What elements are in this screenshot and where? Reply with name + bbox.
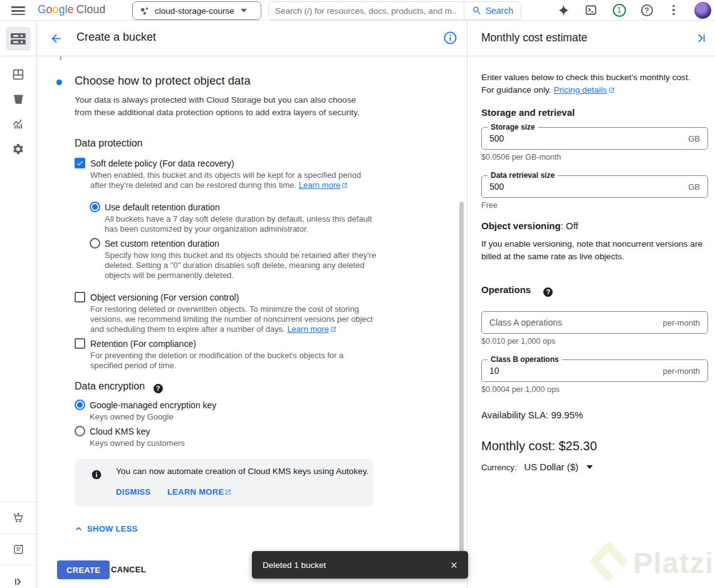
chevron-up-icon (75, 525, 83, 533)
gemini-button[interactable] (556, 3, 571, 18)
collapse-panel-button[interactable] (695, 32, 709, 46)
versioning-note: If you enable versioning, note that nonc… (481, 238, 706, 263)
sidebar-item-dashboard[interactable] (0, 64, 36, 85)
account-avatar[interactable] (694, 2, 711, 19)
encryption-help-icon[interactable]: ? (154, 384, 163, 393)
notifications-button[interactable]: 1 (612, 3, 627, 18)
storage-size-field: Storage size GB (481, 127, 708, 150)
external-link-icon (608, 85, 615, 97)
close-icon (449, 560, 459, 570)
autokey-banner: You can now automate creation of Cloud K… (75, 459, 373, 507)
pricing-details-link[interactable]: Pricing details (553, 85, 607, 95)
class-b-helper: $0.0004 per 1,000 ops (481, 385, 560, 394)
storage-size-helper: $0.0506 per GB-month (481, 153, 561, 162)
soft-delete-checkbox[interactable] (75, 158, 85, 168)
cloud-kms-key-desc: Keys owned by customers (90, 438, 185, 448)
class-b-unit: per-month (663, 366, 700, 376)
object-versioning-status: Object versioning: Off (481, 220, 578, 231)
google-managed-key-radio[interactable] (75, 400, 85, 410)
google-cloud-logo[interactable]: GoogleCloud (38, 3, 105, 16)
help-icon: ? (641, 4, 653, 16)
soft-delete-learn-more-link[interactable]: Learn more (299, 180, 340, 190)
object-versioning-learn-more-link[interactable]: Learn more (287, 324, 328, 334)
object-versioning-label[interactable]: Object versioning (For version control) (90, 292, 239, 302)
storage-product-icon (6, 27, 31, 51)
info-button[interactable] (443, 31, 458, 46)
sidebar-item-buckets[interactable] (0, 89, 36, 109)
project-selector[interactable]: cloud-storage-course (132, 1, 261, 20)
create-button[interactable]: CREATE (57, 560, 110, 579)
storage-retrieval-heading: Storage and retrieval (481, 107, 575, 118)
sidebar-item-marketplace[interactable] (0, 508, 36, 528)
custom-retention-desc: Specify how long this bucket and its obj… (105, 250, 385, 281)
gear-icon (12, 143, 24, 155)
info-filled-icon (91, 470, 102, 482)
gemini-sparkle-icon (558, 4, 570, 16)
cloud-shell-button[interactable] (583, 3, 598, 18)
retention-checkbox[interactable] (75, 338, 85, 349)
currency-select[interactable]: US Dollar ($) (524, 462, 578, 472)
object-versioning-desc: For restoring deleted or overwritten obj… (90, 304, 377, 335)
default-retention-label[interactable]: Use default retention duration (105, 202, 220, 212)
notification-count-badge: 1 (613, 4, 626, 17)
main-scrollbar-thumb[interactable] (459, 202, 464, 552)
external-link-icon (330, 325, 337, 335)
custom-retention-radio[interactable] (90, 238, 100, 249)
custom-retention-label[interactable]: Set custom retention duration (105, 239, 219, 249)
external-link-icon (342, 181, 348, 191)
cloud-kms-key-label[interactable]: Cloud KMS key (90, 426, 150, 436)
class-b-field: Class B operations per-month (481, 359, 708, 382)
more-options-button[interactable] (666, 3, 681, 18)
menu-icon[interactable] (11, 4, 25, 16)
project-icon (139, 6, 150, 16)
chart-icon (12, 118, 24, 130)
project-name: cloud-storage-course (155, 6, 234, 16)
external-link-icon (225, 488, 231, 497)
class-a-field: per-month (481, 311, 708, 334)
retention-label[interactable]: Retention (For compliance) (90, 339, 196, 349)
class-b-input[interactable] (489, 361, 659, 381)
cancel-button[interactable]: CANCEL (111, 565, 146, 574)
sidebar-item-monitoring[interactable] (0, 114, 36, 134)
bucket-icon (13, 93, 24, 105)
sidebar-item-settings[interactable] (0, 139, 36, 159)
data-retrieval-input[interactable] (489, 177, 659, 197)
google-managed-key-label[interactable]: Google-managed encryption key (90, 400, 216, 410)
expand-right-icon (13, 577, 23, 587)
operations-help-icon[interactable]: ? (543, 287, 553, 297)
back-button[interactable] (48, 30, 64, 46)
banner-learn-more-button[interactable]: LEARN MORE (167, 487, 231, 497)
soft-delete-label[interactable]: Soft delete policy (For data recovery) (90, 158, 234, 168)
cloud-storage-product-cell[interactable] (0, 21, 37, 56)
collapse-right-icon (695, 32, 707, 44)
default-retention-radio[interactable] (90, 202, 100, 212)
storage-size-unit: GB (688, 134, 700, 143)
currency-caret-icon[interactable] (587, 465, 593, 469)
sidebar-item-release-notes[interactable] (0, 539, 36, 559)
data-retrieval-field: Data retrieval size GB (481, 175, 708, 198)
default-retention-desc: All buckets have a 7 day soft delete dur… (105, 214, 382, 234)
currency-label: Currency: (481, 463, 516, 472)
help-button[interactable]: ? (639, 3, 654, 18)
notes-icon (13, 544, 24, 555)
main-header: Create a bucket (37, 21, 467, 56)
class-a-input[interactable] (489, 312, 659, 333)
page-title: Create a bucket (76, 31, 156, 44)
search-input[interactable] (269, 6, 464, 16)
arrow-back-icon (50, 32, 63, 45)
kebab-menu-icon (672, 5, 675, 16)
show-less-button[interactable]: SHOW LESS (75, 524, 138, 534)
dismiss-button[interactable]: DISMISS (116, 487, 151, 497)
storage-size-input[interactable] (489, 128, 659, 148)
object-versioning-checkbox[interactable] (75, 292, 85, 302)
left-icon-rail (0, 56, 37, 588)
data-encryption-heading: Data encryption ? (75, 381, 163, 393)
toast-close-button[interactable] (443, 554, 464, 575)
cloud-kms-key-radio[interactable] (75, 426, 85, 436)
search-icon (472, 6, 482, 16)
search-button[interactable]: Search (464, 2, 521, 19)
cost-panel-title: Monthly cost estimate (481, 31, 587, 44)
expand-rail-button[interactable] (0, 572, 36, 588)
toast-message: Deleted 1 bucket (263, 560, 443, 570)
create-bucket-form: Choose how to protect object data Your d… (37, 56, 467, 588)
